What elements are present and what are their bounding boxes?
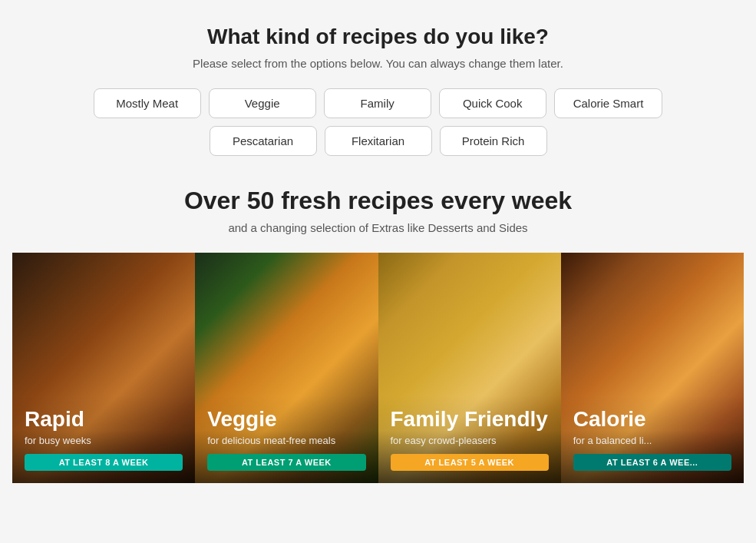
card-badge-rapid: AT LEAST 8 A WEEK: [25, 454, 183, 471]
filter-row-2: PescatarianFlexitarianProtein Rich: [210, 126, 547, 156]
filter-btn-calorie-smart[interactable]: Calorie Smart: [554, 88, 663, 118]
card-calorie[interactable]: Caloriefor a balanced li...AT LEAST 6 A …: [561, 253, 744, 483]
filter-btn-pescatarian[interactable]: Pescatarian: [210, 126, 317, 156]
page-subtitle: Please select from the options below. Yo…: [12, 57, 744, 70]
recipes-title: Over 50 fresh recipes every week: [12, 187, 744, 215]
card-desc-veggie: for delicious meat-free meals: [207, 435, 365, 446]
card-desc-rapid: for busy weeks: [25, 435, 183, 446]
card-badge-calorie: AT LEAST 6 A WEE...: [573, 454, 731, 471]
card-overlay-family-friendly: Family Friendlyfor easy crowd-pleasersAT…: [378, 396, 561, 483]
card-title-rapid: Rapid: [25, 408, 183, 432]
card-desc-calorie: for a balanced li...: [573, 435, 731, 446]
card-badge-veggie: AT LEAST 7 A WEEK: [207, 454, 365, 471]
recipes-subtitle: and a changing selection of Extras like …: [12, 221, 744, 234]
card-overlay-veggie: Veggiefor delicious meat-free mealsAT LE…: [195, 396, 378, 483]
filter-section: Mostly MeatVeggieFamilyQuick CookCalorie…: [12, 88, 744, 156]
card-badge-family-friendly: AT LEAST 5 A WEEK: [391, 454, 549, 471]
card-veggie[interactable]: Veggiefor delicious meat-free mealsAT LE…: [195, 253, 378, 483]
card-title-calorie: Calorie: [573, 408, 731, 432]
filter-btn-veggie[interactable]: Veggie: [209, 88, 316, 118]
filter-btn-mostly-meat[interactable]: Mostly Meat: [94, 88, 201, 118]
filter-btn-family[interactable]: Family: [324, 88, 431, 118]
filter-btn-quick-cook[interactable]: Quick Cook: [439, 88, 546, 118]
filter-btn-protein-rich[interactable]: Protein Rich: [440, 126, 547, 156]
filter-btn-flexitarian[interactable]: Flexitarian: [325, 126, 432, 156]
card-overlay-calorie: Caloriefor a balanced li...AT LEAST 6 A …: [561, 396, 744, 483]
card-desc-family-friendly: for easy crowd-pleasers: [391, 435, 549, 446]
card-title-family-friendly: Family Friendly: [391, 408, 549, 432]
header-section: What kind of recipes do you like? Please…: [12, 25, 744, 70]
recipes-section: Over 50 fresh recipes every week and a c…: [12, 187, 744, 234]
card-rapid[interactable]: Rapidfor busy weeksAT LEAST 8 A WEEK: [12, 253, 195, 483]
cards-row: Rapidfor busy weeksAT LEAST 8 A WEEKVegg…: [12, 253, 744, 483]
page-wrapper: What kind of recipes do you like? Please…: [0, 0, 756, 483]
card-title-veggie: Veggie: [207, 408, 365, 432]
card-family-friendly[interactable]: Family Friendlyfor easy crowd-pleasersAT…: [378, 253, 561, 483]
card-overlay-rapid: Rapidfor busy weeksAT LEAST 8 A WEEK: [12, 396, 195, 483]
filter-row-1: Mostly MeatVeggieFamilyQuick CookCalorie…: [94, 88, 663, 118]
page-title: What kind of recipes do you like?: [12, 25, 744, 49]
